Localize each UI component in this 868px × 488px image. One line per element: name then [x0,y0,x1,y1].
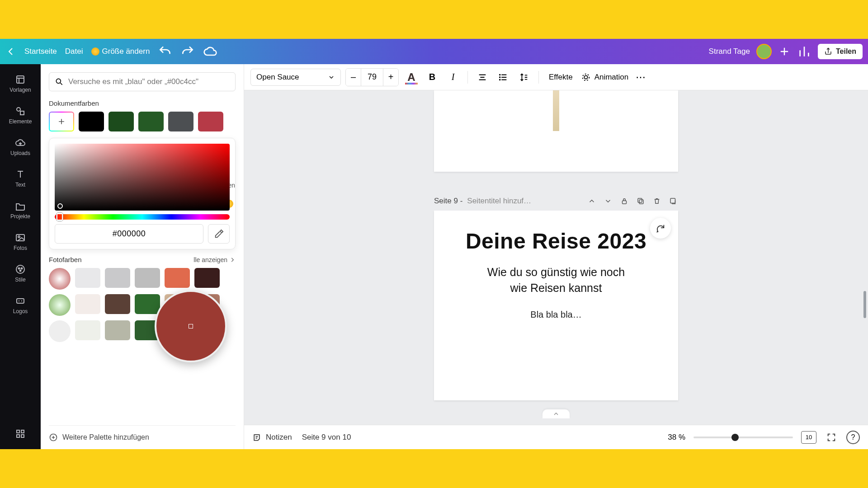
doc-swatch-3[interactable] [138,112,164,131]
redo-button[interactable] [180,44,195,59]
effects-button[interactable]: Effekte [545,70,576,84]
photo-colors-label: Fotofarben [49,256,82,263]
hue-slider[interactable] [55,214,230,220]
page-expand-tab[interactable] [542,409,570,418]
share-button[interactable]: Teilen [818,44,863,59]
add-palette-button[interactable]: Weitere Palette hinzufügen [49,425,236,449]
color-search[interactable] [49,72,236,91]
page-counter[interactable]: Seite 9 von 10 [302,433,351,442]
insights-button[interactable] [797,44,811,59]
bold-button[interactable]: B [424,69,440,85]
eyedropper-magnifier[interactable] [155,290,227,362]
resize-button[interactable]: Größe ändern [91,47,150,56]
page-delete[interactable] [652,196,662,206]
font-size-decrease[interactable]: – [346,69,361,86]
document-colors-label: Dokumentfarben [49,99,236,107]
photo-swatch-2-2[interactable] [105,294,130,314]
toolbar-more[interactable]: ⋯ [633,71,649,83]
rail-photos[interactable]: Fotos [3,228,38,256]
photo-show-all[interactable]: lle anzeigen [193,256,236,263]
page-8-partial[interactable] [434,90,678,172]
font-select[interactable]: Open Sauce [250,69,341,86]
home-link[interactable]: Startseite [24,47,57,56]
doc-swatch-5[interactable] [198,112,223,131]
zoom-label: 38 % [668,433,685,442]
notes-button[interactable]: Notizen [252,433,292,442]
page-subheading[interactable]: Wie du so günstig wie noch wie Reisen ka… [450,264,662,296]
page-move-down[interactable] [603,196,613,206]
page-lock[interactable] [619,196,629,206]
pages-scroll[interactable]: Seite 9 - Seitentitel hinzuf… [244,90,868,425]
animation-button[interactable]: Animation [581,72,629,82]
list-button[interactable] [495,69,511,85]
page-body-text[interactable]: Bla bla bla… [450,310,662,320]
rail-elements[interactable]: Elemente [3,101,38,129]
page-title-placeholder[interactable]: Seitentitel hinzuf… [467,197,531,206]
svg-rect-3 [16,235,24,241]
photo-swatch-1-4[interactable] [165,268,190,288]
rail-projects[interactable]: Projekte [3,196,38,224]
doc-swatch-2[interactable] [108,112,134,131]
photo-swatch-3-2[interactable] [105,320,130,340]
align-button[interactable] [474,69,491,85]
hue-cursor[interactable] [57,213,63,221]
avatar[interactable] [756,44,772,59]
photo-thumb-3[interactable] [49,320,71,342]
left-rail: Vorlagen Elemente Uploads Text Projekte … [0,64,41,449]
svg-rect-22 [639,200,643,204]
photo-swatch-1-5[interactable] [194,268,220,288]
italic-button[interactable]: I [445,69,461,85]
page-heading[interactable]: Deine Reise 2023 [450,229,662,253]
rail-logos[interactable]: Logos [3,291,38,319]
page-9-meta: Seite 9 - Seitentitel hinzuf… [434,196,678,206]
text-color-button[interactable]: A [403,69,420,85]
rail-uploads[interactable]: Uploads [3,133,38,161]
sv-cursor[interactable] [57,203,63,209]
page-move-up[interactable] [587,196,597,206]
undo-button[interactable] [158,44,172,59]
scrollbar-thumb[interactable] [863,291,866,318]
rail-text[interactable]: Text [3,164,38,192]
photo-swatch-1-2[interactable] [105,268,130,288]
photo-swatch-1-3[interactable] [135,268,160,288]
zoom-slider[interactable] [693,436,793,438]
photo-swatch-1-1[interactable] [75,268,100,288]
help-button[interactable]: ? [846,431,860,444]
photo-thumb-2[interactable] [49,294,71,316]
font-size-increase[interactable]: + [383,69,398,86]
page-duplicate[interactable] [636,196,646,206]
fullscreen-button[interactable] [825,431,838,444]
document-title[interactable]: Strand Tage [709,47,750,56]
color-search-input[interactable] [68,77,230,86]
eyedropper-button[interactable] [208,224,230,244]
rail-elements-label: Elemente [9,118,32,125]
svg-rect-23 [638,198,642,202]
svg-rect-21 [623,201,627,204]
back-button[interactable] [5,46,16,57]
font-size-stepper[interactable]: – + [345,68,399,86]
photo-swatch-2-1[interactable] [75,294,100,314]
regenerate-fab[interactable] [650,218,671,239]
rail-templates[interactable]: Vorlagen [3,70,38,98]
doc-swatch-1[interactable] [79,112,104,131]
zoom-knob[interactable] [731,434,739,441]
file-menu[interactable]: Datei [65,47,83,56]
hex-input[interactable] [55,224,203,244]
rail-styles[interactable]: Stile [3,259,38,287]
photo-swatch-3-1[interactable] [75,320,100,340]
sv-gradient[interactable] [55,144,230,211]
doc-swatch-4[interactable] [168,112,193,131]
photo-thumb-1[interactable] [49,268,71,290]
font-size-input[interactable] [361,69,383,86]
page-9[interactable]: Deine Reise 2023 Wie du so günstig wie n… [434,211,678,400]
photo-swatch-2-3[interactable] [135,294,160,314]
grid-view-button[interactable]: 10 [801,431,816,444]
add-color-button[interactable] [49,112,74,131]
page-add[interactable] [668,196,678,206]
rail-more[interactable] [3,424,38,444]
svg-point-16 [500,74,500,75]
spacing-button[interactable] [516,69,532,85]
cloud-sync-icon[interactable] [203,44,217,59]
add-member-button[interactable] [778,45,791,58]
animation-icon [581,72,591,82]
